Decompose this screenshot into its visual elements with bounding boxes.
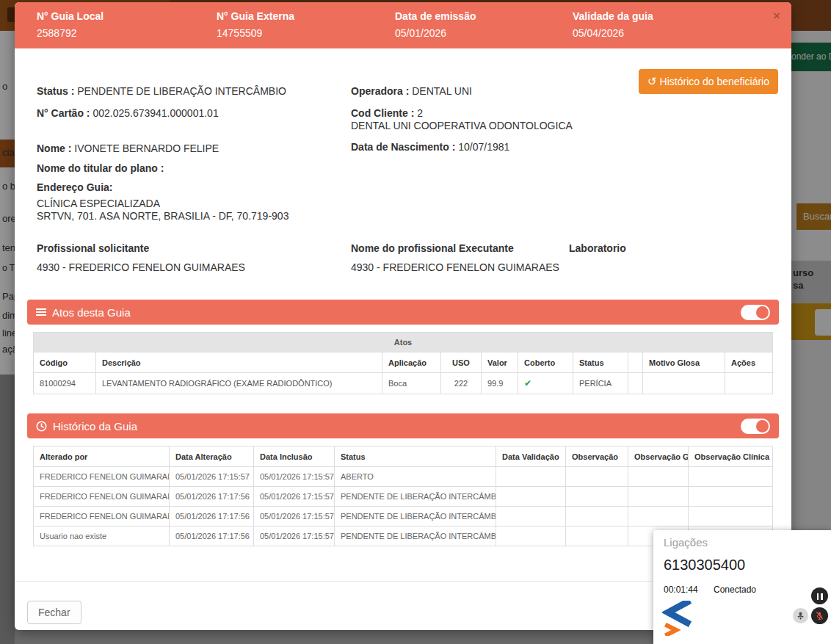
toggle-knob bbox=[756, 420, 769, 433]
client-code-label: Cod Cliente : bbox=[351, 107, 414, 119]
call-status: Conectado bbox=[714, 585, 756, 595]
laboratory: Laboratorio bbox=[569, 242, 626, 261]
call-widget-title: Ligações bbox=[664, 536, 708, 549]
coberto-check-icon: ✔ bbox=[518, 373, 573, 394]
table-cell: FREDERICO FENELON GUIMARAES bbox=[34, 507, 170, 527]
requesting-professional-label: Profissional solicitante bbox=[37, 242, 245, 254]
status-value: PENDENTE DE LIBERAÇÃO INTERCÂMBIO bbox=[77, 85, 286, 97]
validade-guia-label: Validade da guia bbox=[573, 10, 749, 22]
client-name: DENTAL UNI COOPERATIVA ODONTOLOGICA bbox=[351, 120, 573, 131]
atos-section-header: Atos desta Guia bbox=[27, 300, 779, 325]
plan-holder-label: Nome do titular do plano : bbox=[37, 162, 164, 174]
atos-header-row: CódigoDescriçãoAplicaçãoUSOValorCobertoS… bbox=[34, 352, 773, 373]
executing-professional-label: Nome do profissional Executante bbox=[351, 242, 559, 254]
guia-local-value: 2588792 bbox=[37, 27, 217, 39]
column-header: Código bbox=[34, 352, 96, 373]
column-header: Motivo Glosa bbox=[643, 352, 725, 373]
table-cell bbox=[643, 373, 725, 394]
table-cell bbox=[689, 467, 773, 487]
transfer-call-button[interactable] bbox=[793, 608, 808, 623]
column-header bbox=[628, 352, 643, 373]
atos-caption-row: Atos bbox=[34, 333, 773, 352]
column-header: Coberto bbox=[518, 352, 573, 373]
modal-header: N° Guia Local 2588792 N° Guia Externa 14… bbox=[15, 2, 791, 48]
operator-label: Operadora : bbox=[351, 85, 409, 97]
guia-externa-field: N° Guia Externa 14755509 bbox=[217, 10, 395, 39]
column-header: Descrição bbox=[96, 352, 382, 373]
mic-muted-icon bbox=[815, 611, 824, 621]
column-header: Alterado por bbox=[34, 446, 170, 467]
table-cell bbox=[566, 487, 628, 507]
table-cell: FREDERICO FENELON GUIMARAES bbox=[34, 467, 170, 487]
data-emissao-value: 05/01/2026 bbox=[395, 27, 573, 39]
column-header: Observação Geral bbox=[628, 446, 689, 467]
address-label: Endereço Guia: bbox=[37, 181, 112, 193]
table-cell bbox=[566, 507, 628, 527]
executing-professional: Nome do profissional Executante 4930 - F… bbox=[351, 242, 559, 273]
toggle-knob bbox=[756, 306, 769, 319]
historico-section-title: Histórico da Guia bbox=[53, 420, 137, 433]
table-cell: 05/01/2026 17:17:56 bbox=[170, 527, 254, 546]
table-cell: LEVANTAMENTO RADIOGRÁFICO (EXAME RADIODÔ… bbox=[96, 373, 382, 394]
table-cell: 222 bbox=[441, 373, 482, 394]
table-cell: 05/01/2026 17:15:57 bbox=[254, 507, 335, 527]
clock-icon bbox=[36, 421, 47, 432]
column-header: Aplicação bbox=[382, 352, 441, 373]
column-header: Observação bbox=[566, 446, 628, 467]
birthdate-value: 10/07/1981 bbox=[458, 141, 509, 153]
table-row: FREDERICO FENELON GUIMARAES05/01/2026 17… bbox=[34, 507, 773, 527]
data-emissao-field: Data de emissão 05/01/2026 bbox=[395, 10, 573, 39]
column-header: Valor bbox=[482, 352, 518, 373]
call-widget: Ligações 6130305400 00:01:44 Conectado bbox=[653, 530, 831, 644]
executing-professional-value: 4930 - FREDERICO FENELON GUIMARAES bbox=[351, 261, 559, 273]
atos-caption: Atos bbox=[34, 333, 773, 352]
table-cell: 05/01/2026 17:15:57 bbox=[254, 467, 335, 487]
address-line-1: CLÍNICA ESPECIALIZADA bbox=[37, 198, 345, 210]
mute-mic-button[interactable] bbox=[811, 607, 828, 624]
beneficiary-info-left: Status : PENDENTE DE LIBERAÇÃO INTERCÂMB… bbox=[37, 85, 345, 222]
table-cell bbox=[496, 507, 566, 527]
table-cell: FREDERICO FENELON GUIMARAES bbox=[34, 487, 170, 507]
guia-local-label: N° Guia Local bbox=[37, 10, 217, 22]
birthdate-label: Data de Nascimento : bbox=[351, 141, 455, 153]
table-cell: PERÍCIA bbox=[573, 373, 628, 394]
table-cell bbox=[496, 487, 566, 507]
table-cell: PENDENTE DE LIBERAÇÃO INTERCÂMBIO bbox=[335, 487, 496, 507]
table-cell: 05/01/2026 17:15:57 bbox=[170, 467, 254, 487]
atos-table: Atos CódigoDescriçãoAplicaçãoUSOValorCob… bbox=[33, 332, 773, 394]
guia-externa-label: N° Guia Externa bbox=[217, 10, 395, 22]
table-cell bbox=[628, 507, 689, 527]
name-value: IVONETE BERNARDO FELIPE bbox=[74, 142, 219, 154]
column-header: USO bbox=[441, 352, 482, 373]
table-cell bbox=[689, 507, 773, 527]
card-number-value: 002.025.673941.000001.01 bbox=[92, 107, 218, 119]
column-header: Observação Clínica bbox=[689, 446, 773, 467]
table-cell bbox=[566, 467, 628, 487]
close-icon[interactable]: × bbox=[773, 10, 780, 22]
guia-local-field: N° Guia Local 2588792 bbox=[37, 10, 217, 39]
guia-externa-value: 14755509 bbox=[217, 27, 395, 39]
atos-toggle[interactable] bbox=[741, 305, 770, 320]
validade-guia-field: Validade da guia 05/04/2026 bbox=[573, 10, 749, 39]
fechar-button[interactable]: Fechar bbox=[27, 601, 81, 624]
table-cell bbox=[628, 373, 643, 394]
table-cell: 05/01/2026 17:17:56 bbox=[170, 507, 254, 527]
table-cell: 81000294 bbox=[34, 373, 96, 394]
table-cell bbox=[628, 487, 689, 507]
person-transfer-icon bbox=[796, 611, 805, 621]
call-phone-number: 6130305400 bbox=[664, 557, 745, 574]
hold-call-button[interactable] bbox=[811, 587, 828, 604]
requesting-professional-value: 4930 - FREDERICO FENELON GUIMARAES bbox=[37, 261, 245, 273]
table-cell: 05/01/2026 17:17:56 bbox=[170, 487, 254, 507]
column-header: Status bbox=[335, 446, 496, 467]
table-row: FREDERICO FENELON GUIMARAES05/01/2026 17… bbox=[34, 487, 773, 507]
table-cell: 05/01/2026 17:15:57 bbox=[254, 487, 335, 507]
historico-toggle[interactable] bbox=[741, 419, 770, 434]
table-cell: PENDENTE DE LIBERAÇÃO INTERCÂMBIO bbox=[335, 507, 496, 527]
table-cell: PENDENTE DE LIBERAÇÃO INTERCÂMBIO bbox=[335, 527, 496, 546]
softphone-logo-icon bbox=[662, 601, 693, 636]
column-header: Data Inclusão bbox=[254, 446, 335, 467]
client-code-value: 2 bbox=[417, 107, 423, 119]
operator-value: DENTAL UNI bbox=[412, 85, 472, 97]
card-number-label: N° Cartão : bbox=[37, 107, 90, 119]
